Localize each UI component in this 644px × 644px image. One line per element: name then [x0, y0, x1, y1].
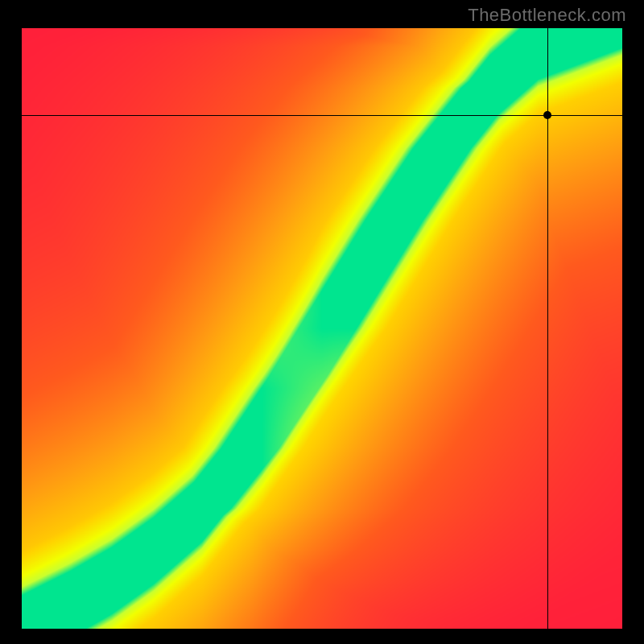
chart-container: TheBottleneck.com — [0, 0, 644, 644]
heatmap-inner — [22, 28, 622, 629]
heatmap-plot — [20, 27, 624, 630]
heatmap-canvas — [22, 28, 622, 629]
selection-marker — [543, 111, 551, 119]
watermark-text: TheBottleneck.com — [468, 5, 626, 26]
crosshair-horizontal — [22, 115, 622, 116]
